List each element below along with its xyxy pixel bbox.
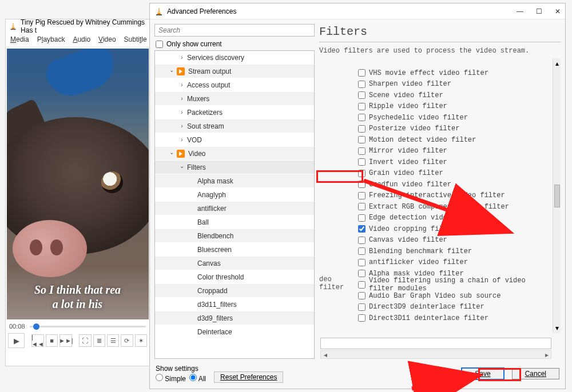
scroll-right-icon[interactable]: ▸: [542, 351, 551, 359]
tree-item-video[interactable]: ⌄Video: [155, 147, 314, 161]
filter-checkbox[interactable]: [358, 136, 366, 143]
filter-checkbox[interactable]: [358, 103, 366, 110]
chevron-icon[interactable]: ›: [178, 137, 186, 143]
tree-item-canvas[interactable]: Canvas: [155, 257, 314, 270]
only-show-current[interactable]: Only show current: [154, 37, 315, 50]
tree-item-access-output[interactable]: ›Access output: [155, 78, 314, 92]
filter-checkbox-row[interactable]: Mirror video filter: [358, 146, 549, 157]
tree-item-anaglyph[interactable]: Anaglyph: [155, 188, 314, 202]
filter-checkbox[interactable]: [358, 69, 366, 77]
only-show-checkbox[interactable]: [156, 41, 163, 48]
close-button[interactable]: ✕: [555, 7, 561, 15]
filter-checkbox-row[interactable]: Psychedelic video filter: [358, 112, 549, 123]
tree-item-ball[interactable]: Ball: [155, 215, 314, 229]
tree-item-packetizers[interactable]: ›Packetizers: [155, 106, 314, 119]
prev-button[interactable]: |◄◄: [31, 334, 44, 347]
stop-button[interactable]: ■: [46, 334, 58, 347]
filter-checkbox[interactable]: [358, 225, 366, 233]
filter-checkbox[interactable]: [358, 237, 366, 244]
menu-subtitle[interactable]: Subtitle: [124, 35, 147, 43]
filter-checkbox-row[interactable]: Canvas video filter: [358, 235, 549, 246]
menu-video[interactable]: Video: [98, 35, 116, 43]
filter-checkbox[interactable]: [358, 91, 366, 99]
menu-media[interactable]: Media: [10, 35, 29, 43]
tree-item-bluescreen[interactable]: Bluescreen: [155, 243, 314, 257]
tree-item-deinterlace[interactable]: Deinterlace: [155, 325, 314, 339]
tree-item-croppadd[interactable]: Croppadd: [155, 284, 314, 298]
play-button[interactable]: ▶: [8, 333, 25, 348]
filter-checkbox[interactable]: [358, 147, 366, 155]
tree-item-services-discovery[interactable]: ›Services discovery: [155, 51, 314, 65]
filter-checkbox[interactable]: [358, 292, 366, 299]
vlc-video-area[interactable]: So I think that rea a lot in his: [7, 49, 149, 319]
filter-checkbox[interactable]: [358, 214, 366, 222]
tree-item-d3d9-filters[interactable]: d3d9_filters: [155, 311, 314, 325]
filter-checkbox-row[interactable]: Edge detection video filter: [358, 213, 549, 224]
chevron-icon[interactable]: ›: [178, 95, 186, 102]
scroll-left-icon[interactable]: ◂: [321, 351, 329, 359]
filter-checkbox[interactable]: [358, 158, 366, 166]
filter-checkbox-row[interactable]: Direct3D9 deinterlace filter: [358, 302, 549, 313]
cancel-button[interactable]: Cancel: [512, 368, 559, 379]
filter-checkbox-row[interactable]: Video cropping filter: [358, 223, 549, 235]
filter-checkbox-row[interactable]: Extract RGB component video filter: [358, 201, 549, 213]
chevron-icon[interactable]: ⌄: [178, 163, 186, 169]
tree-item-vod[interactable]: ›VOD: [155, 133, 314, 147]
filter-checkbox[interactable]: [358, 259, 366, 266]
chevron-icon[interactable]: ›: [178, 82, 186, 88]
filter-checkbox-row[interactable]: antiflicker video filter: [358, 257, 549, 269]
fullscreen-button[interactable]: ⛶: [79, 334, 91, 347]
filter-text-field[interactable]: [320, 338, 551, 349]
filter-checkbox-row[interactable]: Ripple video filter: [358, 101, 549, 113]
extended-button[interactable]: ≣: [93, 334, 105, 347]
filter-checkbox-row[interactable]: Invert video filter: [358, 157, 549, 168]
tree-item-color-threshold[interactable]: Color threshold: [155, 270, 314, 284]
filter-checkbox-row[interactable]: Video filtering using a chain of video f…: [358, 279, 549, 291]
minimize-button[interactable]: —: [517, 7, 523, 15]
tree-item-antiflicker[interactable]: antiflicker: [155, 202, 314, 215]
menu-playback[interactable]: Playback: [37, 35, 65, 43]
filter-checkbox-row[interactable]: Grain video filter: [358, 168, 549, 179]
seek-track[interactable]: [30, 323, 146, 329]
tree-item-sout-stream[interactable]: ›Sout stream: [155, 119, 314, 133]
reset-preferences-button[interactable]: Reset Preferences: [214, 371, 283, 383]
save-button[interactable]: Save: [462, 368, 503, 379]
loop-button[interactable]: ⟳: [121, 334, 133, 347]
chevron-icon[interactable]: ›: [178, 123, 186, 129]
chevron-icon[interactable]: ›: [178, 109, 186, 115]
scroll-up-icon[interactable]: ▴: [555, 59, 559, 67]
show-simple-radio[interactable]: Simple: [156, 374, 186, 383]
chevron-icon[interactable]: ›: [178, 54, 186, 61]
filter-checkbox-row[interactable]: Direct3D11 deinterlace filter: [358, 313, 549, 324]
filter-checkbox[interactable]: [358, 125, 366, 133]
filter-checkbox-row[interactable]: VHS movie effect video filter: [358, 67, 549, 79]
filter-checkbox-row[interactable]: Blending benchmark filter: [358, 246, 549, 257]
filter-checkbox-row[interactable]: Gradfun video filter: [358, 179, 549, 190]
filter-checkbox[interactable]: [358, 114, 366, 121]
maximize-button[interactable]: ☐: [536, 7, 542, 15]
search-input[interactable]: [154, 24, 315, 37]
filter-checkbox[interactable]: [358, 192, 366, 199]
filter-checkbox[interactable]: [358, 247, 366, 255]
filter-checkbox[interactable]: [358, 170, 366, 177]
chevron-icon[interactable]: ⌄: [168, 67, 176, 73]
filter-checkbox-row[interactable]: Freezing interactive video filter: [358, 190, 549, 202]
filter-checkbox[interactable]: [358, 270, 366, 277]
next-button[interactable]: ►►|: [59, 334, 72, 347]
shuffle-button[interactable]: ✶: [135, 334, 147, 347]
filter-checkbox[interactable]: [358, 314, 366, 322]
show-all-radio[interactable]: All: [189, 374, 206, 383]
filter-checkbox[interactable]: [358, 281, 366, 289]
filter-checkbox-row[interactable]: Motion detect video filter: [358, 134, 549, 146]
filter-checkbox[interactable]: [358, 81, 366, 88]
tree-item-stream-output[interactable]: ⌄Stream output: [155, 65, 314, 78]
filter-checkbox-row[interactable]: Sharpen video filter: [358, 79, 549, 90]
tree-item-blendbench[interactable]: Blendbench: [155, 229, 314, 243]
scroll-down-icon[interactable]: ▾: [555, 324, 559, 332]
chevron-icon[interactable]: ⌄: [168, 149, 176, 155]
tree-item-muxers[interactable]: ›Muxers: [155, 92, 314, 106]
filter-checkbox[interactable]: [358, 203, 366, 210]
filter-checkbox[interactable]: [358, 181, 366, 188]
menu-audio[interactable]: Audio: [73, 35, 90, 43]
vertical-scrollbar[interactable]: ▴ ▾: [553, 58, 561, 333]
